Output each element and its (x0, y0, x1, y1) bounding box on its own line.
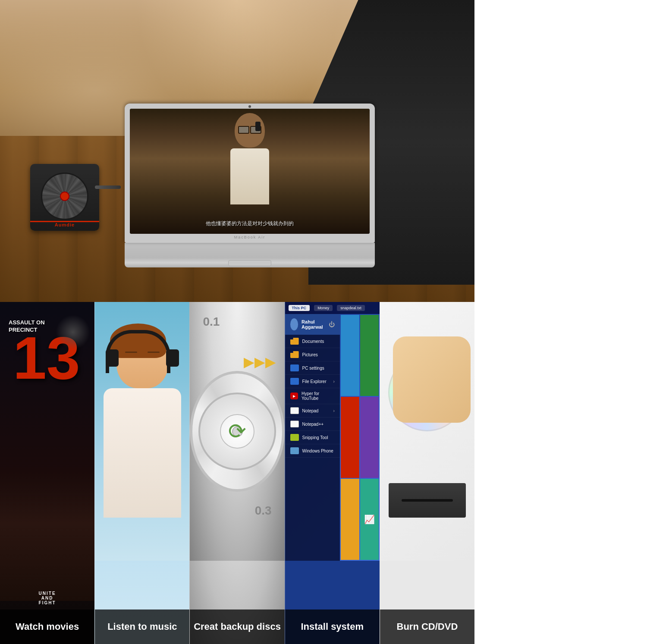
music-face-area (112, 328, 173, 393)
win-menu-item-documents[interactable]: Documents (285, 335, 340, 348)
movie-poster: ASSAULT ON PRECINCT 13 UNITE AND FIGHT (0, 302, 94, 644)
win-menu-text-windows-phone: Windows Phone (302, 449, 333, 453)
burn-hand-skin (393, 336, 471, 423)
panel-label-backup-discs: Creat backup discs (190, 609, 284, 644)
panel-label-install-system: Install system (285, 609, 380, 644)
movie-phone (255, 122, 261, 131)
cd-drive-button (60, 192, 69, 201)
win-menu-icon-pc-settings (290, 364, 299, 371)
panel-backup-discs: 0.1 ▶▶▶ ⟳ 0.3 Creat backup discs (189, 302, 284, 644)
win-tile-purple[interactable] (360, 397, 379, 478)
panel-label-watch-movies: Watch movies (0, 609, 94, 644)
panels-row: ASSAULT ON PRECINCT 13 UNITE AND FIGHT W… (0, 302, 474, 644)
burn-bg (380, 302, 474, 561)
panel-label-burn-cd: Burn CD/DVD (380, 609, 474, 644)
poster-subtitle: UNITE AND FIGHT (39, 591, 56, 605)
win-menu-text-notepadpp: Notepad++ (302, 422, 324, 427)
windows-screen: This PC Money snapdeal.txt Rahul Aggarwa… (285, 302, 380, 561)
win-menu-icon-youtube: ▶ (290, 393, 298, 399)
laptop-base (125, 258, 375, 267)
burn-device (389, 483, 466, 518)
usb-cable (95, 185, 121, 189)
win-menu-item-pictures[interactable]: Pictures (285, 348, 340, 361)
win-menu-icon-windows-phone (290, 447, 299, 454)
win-tile-green[interactable] (360, 315, 379, 396)
movie-person-body (230, 148, 269, 204)
win-menu-text-file-explorer: File Explorer (302, 379, 327, 384)
poster-explosion (56, 315, 90, 349)
windows-start-menu: Rahul Aggarwal ⏻ Documents Pictures (285, 314, 340, 561)
win-tab-this-pc[interactable]: This PC (289, 305, 310, 311)
win-menu-text-pc-settings: PC settings (302, 366, 324, 371)
panel-listen-music: Listen to music (94, 302, 189, 644)
laptop-keyboard (125, 243, 375, 258)
hero-section: Aumdie 他也懂婆婆的方法是对对少钱就办到的 (0, 0, 474, 302)
win-menu-icon-file-explorer (290, 378, 299, 385)
win-tile-sky[interactable] (341, 315, 359, 396)
laptop-screen: 他也懂婆婆的方法是对对少钱就办到的 (130, 109, 370, 234)
music-headphone-right (166, 349, 179, 367)
laptop-webcam (248, 105, 251, 108)
panel-burn-cd: Burn CD/DVD (380, 302, 474, 644)
win-menu-arrow-file-explorer: › (333, 379, 334, 384)
win-menu-item-file-explorer[interactable]: File Explorer › (285, 375, 340, 388)
cd-drive-disc (41, 173, 88, 220)
win-menu-text-hyper-youtube: Hyper for YouTube (302, 391, 335, 401)
win-tab-snapdeal[interactable]: snapdeal.txt (337, 305, 365, 311)
laptop-screen-frame: 他也懂婆婆的方法是对对少钱就办到的 MacBook Air (125, 104, 375, 243)
cd-drive-brand-label: Aumdie (55, 222, 75, 227)
win-menu-text-pictures: Pictures (302, 352, 318, 357)
music-body (104, 388, 181, 518)
win-tab-money[interactable]: Money (314, 305, 333, 311)
win-username: Rahul Aggarwal (302, 319, 325, 330)
win-menu-text-snipping: Snipping Tool (302, 435, 328, 440)
movie-person (215, 113, 284, 208)
disc-outer: ⟳ (190, 371, 284, 492)
laptop-brand-label: MacBook Air (130, 235, 370, 239)
win-tile-teal[interactable]: 📈 (360, 479, 379, 560)
bottom-section: ASSAULT ON PRECINCT 13 UNITE AND FIGHT W… (0, 302, 474, 644)
win-menu-icon-documents (290, 338, 299, 345)
win-user-header: Rahul Aggarwal ⏻ (285, 314, 340, 335)
win-menu-item-hyper-youtube[interactable]: ▶ Hyper for YouTube (285, 388, 340, 404)
disc-arrows: ⟳ (228, 419, 246, 444)
win-power-button[interactable]: ⏻ (329, 321, 335, 328)
laptop-touchpad (228, 260, 271, 266)
win-menu-icon-snipping (290, 434, 299, 441)
movie-subtitle: 他也懂婆婆的方法是对对少钱就办到的 (206, 220, 294, 227)
win-menu-text-notepad: Notepad (302, 408, 319, 413)
win-menu-icon-pictures (290, 351, 299, 358)
win-tile-red[interactable] (341, 397, 359, 478)
win-menu-arrow-notepad: › (333, 408, 334, 413)
windows-tiles: 📈 (340, 314, 380, 561)
win-menu-item-windows-phone[interactable]: Windows Phone (285, 444, 340, 458)
poster-bottom-text: UNITE AND FIGHT (0, 591, 94, 605)
win-menu-text-documents: Documents (302, 339, 324, 344)
backup-arrows-right: ▶▶▶ (244, 354, 276, 370)
burn-device-slot (402, 499, 453, 502)
disc-middle: ⟳ (198, 393, 276, 470)
movie-scene: 他也懂婆婆的方法是对对少钱就办到的 (130, 109, 370, 234)
win-menu-icon-notepad (290, 407, 299, 414)
win-menu-item-pc-settings[interactable]: PC settings (285, 361, 340, 375)
poster-people (0, 471, 94, 601)
win-menu-item-notepad[interactable]: Notepad › (285, 404, 340, 418)
panel-install-system: This PC Money snapdeal.txt Rahul Aggarwa… (285, 302, 380, 644)
movie-person-head (235, 113, 265, 148)
panel-watch-movies: ASSAULT ON PRECINCT 13 UNITE AND FIGHT W… (0, 302, 94, 644)
backup-number-01: 0.1 (203, 315, 220, 329)
panel-label-listen-music: Listen to music (95, 609, 189, 644)
win-menu-icon-notepadpp (290, 421, 299, 427)
cd-drive-body: Aumdie (30, 164, 99, 231)
backup-bg: 0.1 ▶▶▶ ⟳ 0.3 (190, 302, 284, 561)
win-menu-item-notepadpp[interactable]: Notepad++ (285, 418, 340, 431)
win-user-avatar (290, 318, 298, 330)
laptop: 他也懂婆婆的方法是对对少钱就办到的 MacBook Air (125, 104, 375, 267)
music-headphone-left (106, 349, 119, 367)
win-menu-item-snipping[interactable]: Snipping Tool (285, 431, 340, 444)
backup-number-03: 0.3 (255, 504, 272, 518)
windows-taskbar-top: This PC Money snapdeal.txt (285, 302, 380, 314)
cd-drive-device: Aumdie (30, 164, 104, 237)
win-tile-orange[interactable] (341, 479, 359, 560)
music-person-scene (95, 302, 189, 561)
